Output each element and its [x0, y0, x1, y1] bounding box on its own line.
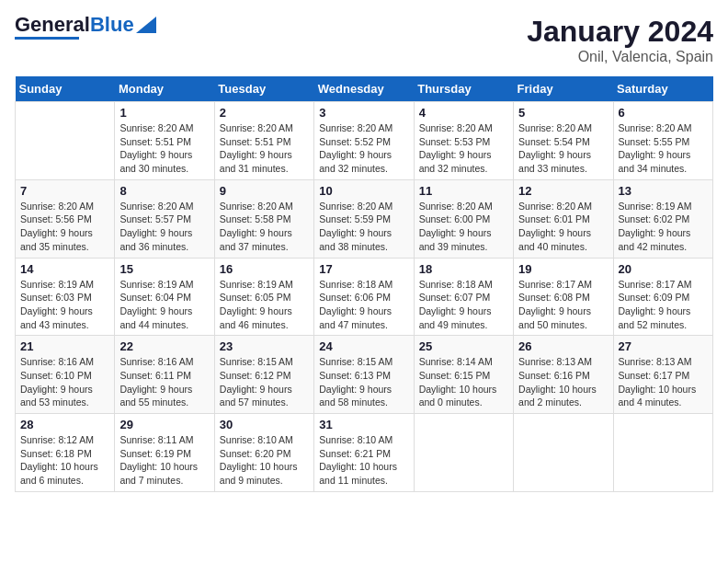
day-number: 30	[220, 418, 309, 431]
day-number: 22	[119, 339, 209, 353]
calendar-week-row: 1Sunrise: 8:20 AMSunset: 5:51 PMDaylight…	[16, 102, 713, 180]
day-number: 6	[619, 106, 708, 120]
day-number: 24	[319, 339, 408, 353]
logo-icon	[136, 17, 156, 33]
calendar-cell: 10Sunrise: 8:20 AMSunset: 5:59 PMDayligh…	[314, 179, 414, 258]
logo-general: General	[15, 13, 90, 36]
calendar-cell: 28Sunrise: 8:12 AMSunset: 6:18 PMDayligh…	[16, 414, 115, 492]
calendar-cell: 8Sunrise: 8:20 AMSunset: 5:57 PMDaylight…	[115, 179, 214, 258]
day-number: 3	[319, 106, 408, 120]
page-header: GeneralBlue January 2024 Onil, Valencia,…	[15, 15, 713, 65]
day-info: Sunrise: 8:19 AMSunset: 6:02 PMDaylight:…	[619, 200, 708, 254]
calendar-week-row: 7Sunrise: 8:20 AMSunset: 5:56 PMDaylight…	[16, 179, 713, 258]
day-number: 18	[419, 262, 508, 276]
calendar-week-row: 14Sunrise: 8:19 AMSunset: 6:03 PMDayligh…	[16, 258, 713, 336]
calendar-cell: 19Sunrise: 8:17 AMSunset: 6:08 PMDayligh…	[514, 258, 613, 336]
day-info: Sunrise: 8:16 AMSunset: 6:11 PMDaylight:…	[119, 355, 209, 409]
calendar-cell: 15Sunrise: 8:19 AMSunset: 6:04 PMDayligh…	[115, 258, 214, 336]
day-number: 25	[419, 339, 508, 353]
weekday-header-sunday: Sunday	[16, 76, 115, 102]
day-number: 19	[518, 262, 608, 276]
page-subtitle: Onil, Valencia, Spain	[527, 49, 713, 65]
calendar-cell: 31Sunrise: 8:10 AMSunset: 6:21 PMDayligh…	[314, 414, 414, 492]
day-number: 31	[319, 418, 408, 431]
title-block: January 2024 Onil, Valencia, Spain	[527, 15, 713, 65]
day-info: Sunrise: 8:13 AMSunset: 6:16 PMDaylight:…	[518, 355, 608, 409]
day-number: 1	[119, 106, 209, 120]
weekday-header-wednesday: Wednesday	[314, 76, 414, 102]
day-info: Sunrise: 8:19 AMSunset: 6:04 PMDaylight:…	[119, 278, 209, 332]
calendar-cell: 18Sunrise: 8:18 AMSunset: 6:07 PMDayligh…	[414, 258, 513, 336]
day-number: 21	[20, 339, 109, 353]
logo-underline	[15, 37, 79, 40]
day-info: Sunrise: 8:19 AMSunset: 6:03 PMDaylight:…	[20, 278, 109, 332]
day-number: 8	[119, 184, 209, 198]
weekday-header-row: SundayMondayTuesdayWednesdayThursdayFrid…	[16, 76, 713, 102]
logo-blue: Blue	[90, 13, 134, 36]
svg-marker-0	[136, 17, 156, 33]
calendar-cell: 17Sunrise: 8:18 AMSunset: 6:06 PMDayligh…	[314, 258, 414, 336]
calendar-cell: 29Sunrise: 8:11 AMSunset: 6:19 PMDayligh…	[115, 414, 214, 492]
calendar-cell: 4Sunrise: 8:20 AMSunset: 5:53 PMDaylight…	[414, 102, 513, 180]
day-info: Sunrise: 8:12 AMSunset: 6:18 PMDaylight:…	[20, 433, 109, 488]
calendar-week-row: 28Sunrise: 8:12 AMSunset: 6:18 PMDayligh…	[16, 414, 713, 492]
day-number: 13	[619, 184, 708, 198]
calendar-cell: 6Sunrise: 8:20 AMSunset: 5:55 PMDaylight…	[613, 102, 712, 180]
day-number: 11	[419, 184, 508, 198]
day-number: 17	[319, 262, 408, 276]
day-info: Sunrise: 8:11 AMSunset: 6:19 PMDaylight:…	[119, 433, 209, 488]
calendar-cell: 20Sunrise: 8:17 AMSunset: 6:09 PMDayligh…	[613, 258, 712, 336]
day-number: 27	[619, 339, 708, 353]
day-info: Sunrise: 8:15 AMSunset: 6:12 PMDaylight:…	[220, 355, 309, 409]
calendar-cell: 21Sunrise: 8:16 AMSunset: 6:10 PMDayligh…	[16, 336, 115, 414]
calendar-cell: 7Sunrise: 8:20 AMSunset: 5:56 PMDaylight…	[16, 179, 115, 258]
day-number: 5	[518, 106, 608, 120]
calendar-cell: 27Sunrise: 8:13 AMSunset: 6:17 PMDayligh…	[613, 336, 712, 414]
day-info: Sunrise: 8:20 AMSunset: 5:52 PMDaylight:…	[319, 121, 408, 176]
day-number: 16	[220, 262, 309, 276]
calendar-cell: 11Sunrise: 8:20 AMSunset: 6:00 PMDayligh…	[414, 179, 513, 258]
calendar-cell: 5Sunrise: 8:20 AMSunset: 5:54 PMDaylight…	[514, 102, 613, 180]
calendar-cell: 24Sunrise: 8:15 AMSunset: 6:13 PMDayligh…	[314, 336, 414, 414]
day-number: 10	[319, 184, 408, 198]
day-number: 28	[20, 418, 109, 431]
weekday-header-thursday: Thursday	[414, 76, 513, 102]
weekday-header-friday: Friday	[514, 76, 613, 102]
weekday-header-saturday: Saturday	[613, 76, 712, 102]
day-number: 12	[518, 184, 608, 198]
calendar-header: SundayMondayTuesdayWednesdayThursdayFrid…	[16, 76, 713, 102]
day-number: 2	[220, 106, 309, 120]
calendar-cell	[514, 414, 613, 492]
calendar-cell: 30Sunrise: 8:10 AMSunset: 6:20 PMDayligh…	[214, 414, 313, 492]
day-info: Sunrise: 8:20 AMSunset: 5:56 PMDaylight:…	[20, 200, 109, 254]
day-info: Sunrise: 8:13 AMSunset: 6:17 PMDaylight:…	[619, 355, 708, 409]
calendar-cell: 16Sunrise: 8:19 AMSunset: 6:05 PMDayligh…	[214, 258, 313, 336]
day-number: 23	[220, 339, 309, 353]
day-info: Sunrise: 8:10 AMSunset: 6:21 PMDaylight:…	[319, 433, 408, 488]
day-number: 29	[119, 418, 209, 431]
day-info: Sunrise: 8:20 AMSunset: 5:51 PMDaylight:…	[220, 121, 309, 176]
day-number: 9	[220, 184, 309, 198]
day-number: 15	[119, 262, 209, 276]
day-info: Sunrise: 8:15 AMSunset: 6:13 PMDaylight:…	[319, 355, 408, 409]
calendar-cell: 26Sunrise: 8:13 AMSunset: 6:16 PMDayligh…	[514, 336, 613, 414]
calendar-cell: 12Sunrise: 8:20 AMSunset: 6:01 PMDayligh…	[514, 179, 613, 258]
calendar-body: 1Sunrise: 8:20 AMSunset: 5:51 PMDaylight…	[16, 102, 713, 492]
calendar-cell	[414, 414, 513, 492]
day-number: 20	[619, 262, 708, 276]
day-info: Sunrise: 8:14 AMSunset: 6:15 PMDaylight:…	[419, 355, 508, 409]
day-info: Sunrise: 8:17 AMSunset: 6:08 PMDaylight:…	[518, 278, 608, 332]
calendar-cell: 23Sunrise: 8:15 AMSunset: 6:12 PMDayligh…	[214, 336, 313, 414]
weekday-header-monday: Monday	[115, 76, 214, 102]
calendar-table: SundayMondayTuesdayWednesdayThursdayFrid…	[15, 76, 713, 492]
day-info: Sunrise: 8:10 AMSunset: 6:20 PMDaylight:…	[220, 433, 309, 488]
day-info: Sunrise: 8:20 AMSunset: 5:51 PMDaylight:…	[119, 121, 209, 176]
day-number: 7	[20, 184, 109, 198]
day-info: Sunrise: 8:19 AMSunset: 6:05 PMDaylight:…	[220, 278, 309, 332]
day-info: Sunrise: 8:20 AMSunset: 6:00 PMDaylight:…	[419, 200, 508, 254]
day-number: 14	[20, 262, 109, 276]
day-info: Sunrise: 8:17 AMSunset: 6:09 PMDaylight:…	[619, 278, 708, 332]
day-info: Sunrise: 8:20 AMSunset: 5:55 PMDaylight:…	[619, 121, 708, 176]
day-info: Sunrise: 8:20 AMSunset: 5:57 PMDaylight:…	[119, 200, 209, 254]
calendar-week-row: 21Sunrise: 8:16 AMSunset: 6:10 PMDayligh…	[16, 336, 713, 414]
